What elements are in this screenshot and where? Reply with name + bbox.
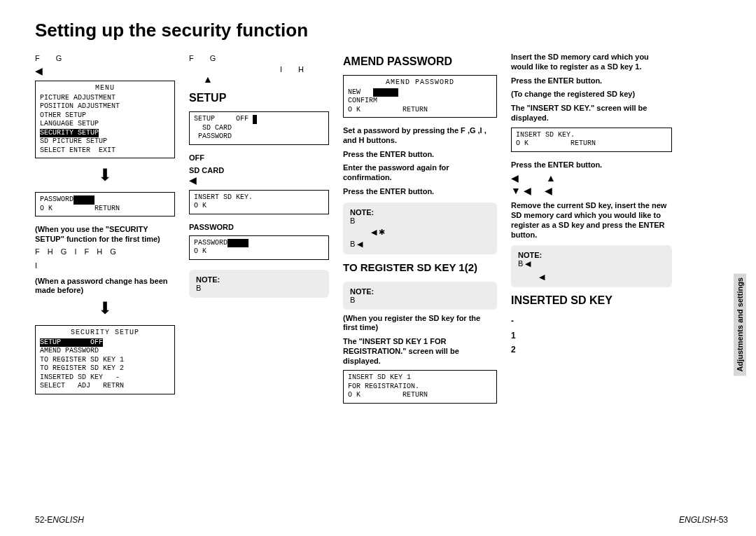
button-letters: F H G I F H G <box>35 247 175 256</box>
note-symbols: ◀ ✱ <box>371 228 490 237</box>
osd-insert-sd: INSERT SD KEY. O K RETURN <box>511 128 672 152</box>
note-body: B <box>350 217 490 225</box>
side-tab: Adjustments and settings <box>734 273 746 376</box>
osd-insert-sd: INSERT SD KEY. O K <box>189 190 329 214</box>
section-amend-title: AMEND PASSWORD <box>343 55 497 68</box>
note-arrow: ◀ <box>539 273 665 282</box>
menu-item: LANGUAGE SETUP <box>40 120 170 129</box>
osd-line: PASSWORD <box>194 132 324 142</box>
arrow-cluster: ◀ ▲ ▼ ◀ ◀ <box>511 172 672 197</box>
instruction-text: (When you use the "SECURITY SETUP" funct… <box>35 225 175 245</box>
instruction-text: (When a password change has been made be… <box>35 277 175 296</box>
osd-line: INSERTED SD KEY - <box>40 373 170 383</box>
osd-line: INSERT SD KEY. <box>194 193 324 202</box>
osd-password-box: PASSWORD O K <box>189 235 329 260</box>
osd-line: TO REGISTER SD KEY 1 <box>40 356 170 365</box>
button-letters-fg: F G <box>189 54 329 62</box>
note-body: B ◀ <box>518 259 665 268</box>
section-inserted-title: INSERTED SD KEY <box>511 294 672 307</box>
menu-item-selected: SECURITY SETUP <box>40 129 99 138</box>
note-box: NOTE: B <box>343 282 497 310</box>
note-box: NOTE: B <box>189 270 329 298</box>
instruction-text: Press the ENTER button. <box>511 160 672 170</box>
menu-item: POSITION ADJUSTMENT <box>40 102 170 111</box>
left-triangle-icon: ◀ <box>189 174 329 186</box>
list-item: 2 <box>511 343 672 357</box>
osd-line: O K RETURN <box>40 205 170 214</box>
osd-line: SETUP OFF <box>194 115 324 124</box>
sub-sdcard: SD CARD <box>189 166 329 174</box>
instruction-text: The "INSERT SD KEY 1 FOR REGISTRATION." … <box>343 337 497 366</box>
osd-title: AMEND PASSWORD <box>348 78 492 88</box>
content-columns: F G ◀ MENU PICTURE ADJUSTMENT POSITION A… <box>0 48 756 408</box>
osd-password-prompt: PASSWORD O K RETURN <box>35 192 175 217</box>
list-item: - <box>511 314 672 328</box>
button-letters: I <box>35 261 175 270</box>
instruction-text: Press the ENTER button. <box>343 150 497 160</box>
up-triangle-icon: ▲ <box>203 74 329 85</box>
osd-line: O K RETURN <box>348 391 492 400</box>
note-box: NOTE: B ◀ ✱ B ◀ <box>343 202 497 254</box>
menu-item: SD PICTURE SETUP <box>40 137 170 146</box>
inserted-key-list: - 1 2 <box>511 314 672 357</box>
column-4: Insert the SD memory card which you woul… <box>511 48 672 408</box>
instruction-text: Insert the SD memory card which you woul… <box>511 53 672 72</box>
osd-setup-box: SETUP OFF SD CARD PASSWORD <box>189 111 329 145</box>
list-item: 1 <box>511 329 672 343</box>
osd-line: SD CARD <box>194 124 324 133</box>
osd-line: TO REGISTER SD KEY 2 <box>40 364 170 373</box>
note-box: NOTE: B ◀ ◀ <box>511 245 672 287</box>
column-1: F G ◀ MENU PICTURE ADJUSTMENT POSITION A… <box>35 48 175 408</box>
instruction-text: (When you register the SD key for the fi… <box>343 314 497 334</box>
osd-line: PASSWORD <box>194 239 324 248</box>
osd-insert-sd-reg: INSERT SD KEY 1 FOR REGISTRATION. O K RE… <box>343 370 497 404</box>
instruction-text: Enter the password again for confirmatio… <box>343 163 497 183</box>
osd-line: FOR REGISTRATION. <box>348 383 492 392</box>
osd-line: INSERT SD KEY 1 <box>348 373 492 383</box>
arrow-down-icon: ⬇ <box>35 300 175 317</box>
arrow-down-icon: ⬇ <box>35 167 175 184</box>
instruction-text: (To change the registered SD key) <box>511 90 672 99</box>
sub-password: PASSWORD <box>189 223 329 231</box>
menu-title: MENU <box>40 84 170 93</box>
osd-footer: SELECT ADJ RETRN <box>40 382 170 391</box>
page-title: Setting up the security function <box>0 0 756 48</box>
page-footer-right: ENGLISH-53 <box>679 515 728 525</box>
osd-line: SETUP OFF <box>40 338 170 348</box>
osd-line: INSERT SD KEY. <box>516 131 667 140</box>
note-heading: NOTE: <box>196 275 322 284</box>
button-letters-fg: F G <box>35 54 175 62</box>
osd-line: PASSWORD <box>40 195 170 205</box>
instruction-text: Press the ENTER button. <box>343 187 497 197</box>
osd-main-menu: MENU PICTURE ADJUSTMENT POSITION ADJUSTM… <box>35 81 175 158</box>
page-footer-left: 52-E52-ENGLISHNGLISH <box>35 515 84 525</box>
osd-line: O K RETURN <box>516 139 667 149</box>
note-body: B <box>196 284 322 292</box>
osd-line: O K RETURN <box>348 106 492 115</box>
osd-amend-password: AMEND PASSWORD NEW CONFIRM O K RETURN <box>343 75 497 118</box>
instruction-text: Press the ENTER button. <box>511 76 672 86</box>
menu-item: OTHER SETUP <box>40 111 170 121</box>
osd-line: CONFIRM <box>348 97 492 106</box>
osd-line: AMEND PASSWORD <box>40 347 170 356</box>
menu-item: PICTURE ADJUSTMENT <box>40 94 170 103</box>
section-register-title: TO REGISTER SD KEY 1(2) <box>343 261 497 273</box>
instruction-text: The "INSERT SD KEY." screen will be disp… <box>511 104 672 123</box>
note-heading: NOTE: <box>518 251 665 259</box>
left-triangle-icon: ◀ <box>35 65 175 76</box>
column-3: AMEND PASSWORD AMEND PASSWORD NEW CONFIR… <box>343 48 497 408</box>
note-heading: NOTE: <box>350 208 490 217</box>
osd-title: SECURITY SETUP <box>40 329 170 338</box>
osd-line: O K <box>194 247 324 256</box>
section-setup-title: SETUP <box>189 92 329 104</box>
osd-security-setup: SECURITY SETUP SETUP OFF AMEND PASSWORD … <box>35 325 175 394</box>
note-heading: NOTE: <box>350 287 490 296</box>
osd-line: NEW <box>348 88 492 97</box>
note-body: B <box>350 296 490 304</box>
instruction-text: Set a password by pressing the F ,G ,I ,… <box>343 126 497 146</box>
sub-off: OFF <box>189 153 329 162</box>
instruction-text: Remove the current SD key, insert the ne… <box>511 201 672 240</box>
menu-footer: SELECT ENTER EXIT <box>40 146 170 156</box>
button-letters-ih: I H <box>189 65 329 74</box>
osd-line: O K <box>194 202 324 211</box>
